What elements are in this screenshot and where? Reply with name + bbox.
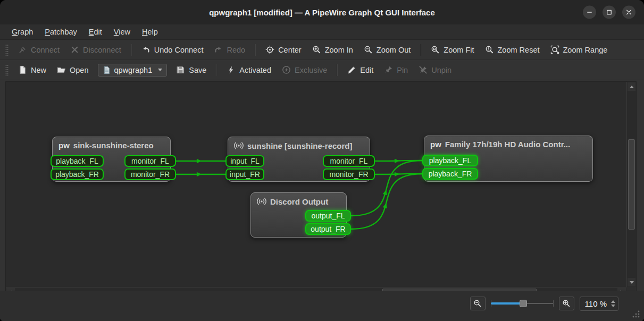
port-input_FL[interactable]: input_FL — [225, 155, 264, 167]
toolbar-button-label: Save — [189, 66, 206, 74]
menu-graph[interactable]: Graph — [6, 26, 38, 38]
statusbar-zoom-out-button[interactable] — [470, 297, 486, 310]
wire-arrow-icon — [395, 172, 399, 176]
zoom-value: 110 % — [585, 299, 607, 308]
center-button[interactable]: Center — [261, 43, 306, 57]
resize-grip-icon[interactable] — [631, 309, 640, 318]
main-area: pwsink-sunshine-stereosunshine [sunshine… — [0, 80, 644, 291]
edit-icon — [347, 65, 356, 74]
scroll-down-button[interactable] — [628, 278, 635, 286]
menu-edit[interactable]: Edit — [83, 26, 107, 38]
zoom-in-button[interactable]: Zoom In — [307, 43, 358, 57]
zoom-in-icon — [312, 45, 321, 54]
unpin-button[interactable]: Unpin — [414, 63, 456, 77]
maximize-icon — [605, 9, 613, 16]
port-playback_FL[interactable]: playback_FL — [51, 155, 104, 167]
arrow-down-icon — [630, 281, 634, 284]
port-monitor_FR[interactable]: monitor_FR — [124, 168, 176, 180]
center-icon — [265, 45, 274, 54]
status-bar: 110 % — [0, 291, 644, 321]
new-button[interactable]: New — [13, 63, 51, 77]
port-output_FL[interactable]: output_FL — [305, 210, 351, 222]
connect-button[interactable]: Connect — [13, 43, 64, 57]
toolbar-separator — [131, 44, 132, 56]
open-button[interactable]: Open — [52, 63, 93, 77]
patchbay-toolbar: NewOpenqpwgraph1SaveActivatedExclusiveEd… — [0, 60, 644, 80]
zoom-fit-button[interactable]: Zoom Fit — [426, 43, 479, 57]
activated-button[interactable]: Activated — [222, 63, 276, 77]
chevron-down-icon — [158, 69, 162, 71]
disconnect-button[interactable]: Disconnect — [65, 43, 126, 57]
port-output_FR[interactable]: output_FR — [305, 223, 351, 235]
zoom-reset-icon — [485, 45, 494, 54]
toolbar-button-label: Zoom Range — [563, 46, 608, 54]
port-playback_FR[interactable]: playback_FR — [51, 168, 104, 180]
toolbar-button-label: Zoom In — [325, 46, 353, 54]
exclusive-button[interactable]: Exclusive — [277, 63, 332, 77]
connection-wires — [6, 82, 626, 287]
undo-connect-button[interactable]: Undo Connect — [137, 43, 208, 57]
window-controls — [583, 6, 635, 19]
toolbar-button-label: Pin — [397, 66, 408, 74]
spinbox-arrows[interactable] — [611, 300, 615, 307]
zoom-slider-handle[interactable] — [520, 300, 527, 307]
activated-icon — [227, 65, 236, 74]
zoom-slider-track — [523, 303, 554, 304]
slider-tick — [553, 300, 554, 307]
toolbar-button-label: Edit — [360, 66, 373, 74]
wire-arrow-icon — [197, 159, 202, 163]
exclusive-icon — [282, 65, 291, 74]
toolbar-button-label: Open — [70, 66, 88, 74]
zoom-range-button[interactable]: Zoom Range — [546, 43, 613, 57]
toolbar-button-label: Zoom Reset — [498, 46, 540, 54]
vertical-scrollbar-thumb[interactable] — [628, 139, 635, 230]
port-monitor_FL[interactable]: monitor_FL — [323, 155, 375, 167]
connection-wire[interactable] — [351, 174, 422, 229]
graph-canvas[interactable]: pwsink-sunshine-stereosunshine [sunshine… — [6, 82, 626, 287]
spin-up-icon — [611, 300, 615, 303]
menu-help[interactable]: Help — [137, 26, 163, 38]
minimize-button[interactable] — [583, 6, 596, 19]
zoom-slider[interactable] — [491, 299, 554, 308]
scroll-up-button[interactable] — [628, 82, 635, 91]
port-monitor_FL[interactable]: monitor_FL — [124, 155, 176, 167]
toolbar-button-label: Redo — [227, 46, 245, 54]
menu-view[interactable]: View — [108, 26, 136, 38]
edit-button[interactable]: Edit — [342, 63, 378, 77]
save-button[interactable]: Save — [171, 63, 211, 77]
toolbar-button-label: Unpin — [431, 66, 451, 74]
wire-arrow-icon — [395, 158, 399, 163]
port-monitor_FR[interactable]: monitor_FR — [323, 168, 375, 180]
patchbay-profile-combobox[interactable]: qpwgraph1 — [98, 64, 168, 77]
zoom-fit-icon — [431, 45, 440, 54]
port-playback_FR[interactable]: playback_FR — [422, 168, 478, 180]
zoom-out-button[interactable]: Zoom Out — [359, 43, 415, 57]
port-playback_FL[interactable]: playback_FL — [422, 155, 478, 166]
pin-button[interactable]: Pin — [379, 63, 413, 77]
window-title: qpwgraph1 [modified] — A PipeWire Graph … — [209, 8, 435, 17]
menu-patchbay[interactable]: Patchbay — [39, 26, 82, 38]
disconnect-icon — [70, 45, 79, 54]
close-button[interactable] — [622, 6, 635, 19]
toolbar-button-label: Exclusive — [295, 66, 327, 74]
redo-button[interactable]: Redo — [209, 43, 250, 57]
vertical-scrollbar[interactable] — [626, 82, 636, 287]
maximize-button[interactable] — [603, 6, 616, 19]
menu-bar: GraphPatchbayEditViewHelp — [0, 24, 644, 40]
toolbar-button-label: Connect — [31, 46, 60, 54]
zoom-reset-button[interactable]: Zoom Reset — [480, 43, 545, 57]
patchbay-toolbar-drag-handle[interactable] — [5, 64, 9, 76]
close-icon — [625, 9, 633, 16]
minimize-icon — [586, 9, 593, 16]
statusbar-zoom-in-button[interactable] — [559, 297, 574, 310]
toolbar-button-label: New — [31, 66, 46, 74]
zoom-spinbox[interactable]: 110 % — [580, 297, 618, 311]
graph-toolbar-drag-handle[interactable] — [5, 44, 9, 56]
toolbar-separator — [255, 44, 256, 56]
graph-toolbar: ConnectDisconnectUndo ConnectRedoCenterZ… — [0, 40, 644, 60]
toolbar-separator — [337, 64, 338, 76]
wire-arrow-icon — [197, 172, 202, 176]
port-input_FR[interactable]: input_FR — [225, 168, 264, 180]
toolbar-button-label: Activated — [239, 66, 271, 74]
new-icon — [18, 65, 27, 74]
